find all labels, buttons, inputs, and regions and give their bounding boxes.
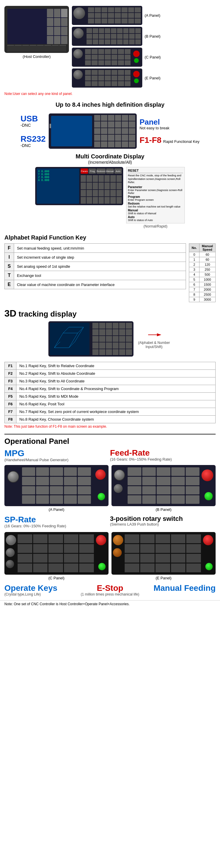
controller-display-image bbox=[49, 114, 137, 149]
key-s: S bbox=[5, 262, 14, 271]
f1f8-label: F1-F8 bbox=[140, 136, 161, 144]
speed-value-cell: 60 bbox=[199, 252, 216, 257]
feedrate-block: Feed-Rate (16 Gears: 0%~150% Feeding Rat… bbox=[110, 449, 216, 462]
usb-label: USB bbox=[21, 115, 46, 123]
mpg-feedrate-labels: MPG (Handwheel/Manual Pulse Generator) F… bbox=[0, 447, 220, 464]
key-e-desc: Clear value of machine coordinate on Par… bbox=[14, 280, 186, 289]
operate-keys-title: Operate Keys bbox=[4, 584, 75, 592]
speed-value-cell: 250 bbox=[199, 267, 216, 272]
f-desc-cell: No.4 Rapid Key, Shift to Coordinate & Pr… bbox=[16, 385, 216, 393]
speed-no-cell: 5 bbox=[189, 277, 199, 282]
f1f8-note: Note: This just take function of F1-F8 o… bbox=[4, 425, 216, 429]
reset-desc: Reset the CNC mode, stop of the feeding … bbox=[128, 174, 183, 184]
speed-no-cell: 2 bbox=[189, 262, 199, 267]
host-controller-image bbox=[4, 6, 69, 53]
ab-panels-row: (A Panel) (B Panel) bbox=[0, 464, 220, 513]
speed-value-cell: 60 bbox=[199, 257, 216, 262]
multi-coord-subtitle: (Increment/Absolute/All) bbox=[4, 160, 216, 165]
right-labels: Panel Not easy to break F1-F8 Rapid Func… bbox=[140, 118, 199, 144]
alphabet-title: Alphabet Rapid Function Key bbox=[4, 234, 216, 241]
bottom-features-row: Operate Keys (Crystal type,Long Life) E-… bbox=[0, 582, 220, 599]
reset-panel: RESET Reset the CNC mode, stop of the fe… bbox=[126, 167, 185, 228]
reset-label: RESET bbox=[128, 169, 183, 173]
display-title-section: Up to 8.4 inches high definition display bbox=[0, 100, 220, 112]
f-key-cell: F5 bbox=[5, 393, 16, 400]
table-row: F3No.3 Rapid Key, Shift to All Coordinat… bbox=[5, 377, 216, 385]
rs232-label: RS232 bbox=[21, 135, 46, 143]
top-section: (Host Controller) (A Panel) bbox=[0, 0, 220, 100]
tracking-label: tracking display bbox=[19, 310, 77, 318]
panel-label-block: Panel Not easy to break bbox=[140, 118, 199, 130]
key-t: T bbox=[5, 271, 14, 280]
estop-title: E-Stop bbox=[75, 584, 145, 592]
arrow-icon bbox=[147, 329, 161, 341]
speed-no-cell: 4 bbox=[189, 272, 199, 277]
tracking-display-image bbox=[48, 321, 134, 356]
host-controller-label: (Host Controller) bbox=[23, 54, 50, 59]
arrow-label-block: (Alphabet & Number Input/Shift) bbox=[136, 329, 172, 349]
key-e: E bbox=[5, 280, 14, 289]
table-row: 93000 bbox=[189, 297, 216, 302]
top-note: Note:User can select any one kind of pan… bbox=[0, 91, 220, 97]
manual-speed-table: No. ManualSpeed 060160212032504500510006… bbox=[189, 243, 216, 302]
a-panel-op-label: (A Panel) bbox=[4, 507, 109, 512]
c-panel-row: (C Panel) bbox=[72, 48, 216, 67]
speed-no-cell: 6 bbox=[189, 282, 199, 287]
mpg-title: MPG bbox=[4, 449, 110, 458]
three-pos-title: 3-position rotary switch bbox=[110, 516, 216, 522]
e-panel-image bbox=[72, 68, 142, 88]
sp-rate-title: SP-Rate bbox=[4, 516, 110, 524]
a-panel-row: (A Panel) bbox=[72, 6, 216, 25]
table-row: F Set manual feeding speed, unit:mm/min bbox=[5, 244, 186, 253]
f-key-cell: F4 bbox=[5, 385, 16, 393]
c-panel-image bbox=[72, 48, 142, 67]
alphabet-keys-table: F Set manual feeding speed, unit:mm/min … bbox=[4, 243, 186, 289]
rs232-sub: -DNC bbox=[21, 143, 46, 148]
three-pos-sub: (Siemens LA39 Push button) bbox=[110, 522, 216, 526]
key-f-desc: Set manual feeding speed, unit:mm/min bbox=[14, 244, 186, 253]
display-title: Up to 8.4 inches high definition display bbox=[4, 101, 216, 108]
table-row: 060 bbox=[189, 252, 216, 257]
table-row: F8No.8 Rapid Key, Choose Coordinate syst… bbox=[5, 415, 216, 423]
key-t-desc: Exchange tool bbox=[14, 271, 186, 280]
f-desc-cell: No.3 Rapid Key, Shift to All Coordinate bbox=[16, 377, 216, 385]
table-row: 82500 bbox=[189, 292, 216, 297]
parameter-label: Parameter bbox=[128, 185, 183, 189]
f1f8-label-block: F1-F8 Rapid Functional Key bbox=[140, 136, 199, 144]
e-panel-op-label: (E Panel) bbox=[111, 576, 216, 580]
speed-no-cell: 8 bbox=[189, 292, 199, 297]
c-panel-op-label: (C Panel) bbox=[4, 576, 109, 580]
sp-rate-sub: (16 Gears: 0%~150% Feeding Rate) bbox=[4, 524, 110, 528]
e-panel-op-image bbox=[111, 532, 216, 575]
program-desc: Enter Program screen bbox=[128, 198, 183, 202]
table-row: F1No.1 Rapid Key, Shift to Relative Coor… bbox=[5, 362, 216, 370]
e-panel-op: (E Panel) bbox=[111, 532, 216, 580]
panel-label: Panel bbox=[140, 118, 199, 126]
key-s-desc: Set analog speed of 1st spindle bbox=[14, 262, 186, 271]
f-desc-cell: No.6 Rapid Key, Posit Tool bbox=[16, 400, 216, 408]
sp-rate-block: SP-Rate (16 Gears: 0%~150% Feeding Rate) bbox=[4, 516, 110, 528]
table-row: T Exchange tool bbox=[5, 271, 186, 280]
speed-value-cell: 2000 bbox=[199, 287, 216, 292]
f-desc-cell: No.7 Rapid Key, Set zero point of curren… bbox=[16, 408, 216, 415]
alphabet-section: Alphabet Rapid Function Key F Set manual… bbox=[0, 231, 220, 305]
op-panel-title-section: Operational Panel bbox=[0, 431, 220, 447]
multi-coord-section: Multi Coordinate Display (Increment/Abso… bbox=[0, 150, 220, 231]
table-row: I Set increment value of single step bbox=[5, 253, 186, 262]
a-panel-op: (A Panel) bbox=[4, 465, 109, 512]
table-row: S Set analog speed of 1st spindle bbox=[5, 262, 186, 271]
c-panel-label: (C Panel) bbox=[145, 55, 161, 59]
table-row: 160 bbox=[189, 257, 216, 262]
a-panel-image bbox=[72, 6, 142, 25]
usb-sub: -DNC bbox=[21, 123, 46, 128]
alphabet-content-row: F Set manual feeding speed, unit:mm/min … bbox=[4, 243, 216, 302]
estop-block: E-Stop (1 million times press mechanical… bbox=[75, 584, 145, 596]
f-desc-cell: No.2 Rapid Key, Shift to Absolute Coordi… bbox=[16, 370, 216, 377]
table-row: F2No.2 Rapid Key, Shift to Absolute Coor… bbox=[5, 370, 216, 377]
b-panel-row: (B Panel) bbox=[72, 27, 216, 46]
auto-label: Auto bbox=[128, 215, 183, 219]
manual-desc: Shift to status of Manual bbox=[128, 212, 183, 215]
program-label: Program bbox=[128, 195, 183, 198]
f1f8-table-section: F1No.1 Rapid Key, Shift to Relative Coor… bbox=[0, 360, 220, 431]
speed-value-cell: 120 bbox=[199, 262, 216, 267]
